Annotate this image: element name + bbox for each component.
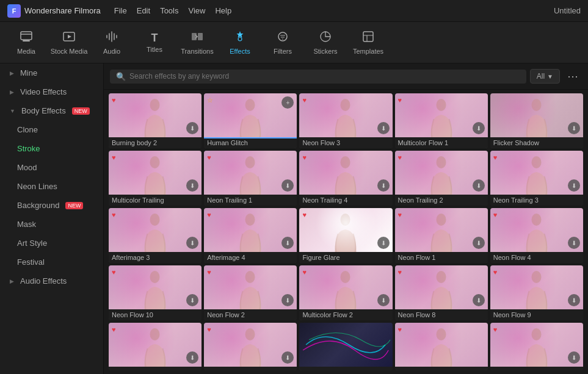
download-button[interactable]: ⬇ [568, 122, 580, 134]
download-button[interactable]: ⬇ [281, 294, 294, 306]
sidebar-item-background[interactable]: Background NEW [0, 196, 103, 215]
download-button[interactable]: ⬇ [281, 237, 294, 249]
sidebar-item-mood[interactable]: Mood [0, 158, 103, 177]
toolbar-media[interactable]: Media [5, 24, 48, 61]
sidebar-item-mine[interactable]: ▶ Mine [0, 63, 103, 82]
download-button[interactable]: ⬇ [377, 294, 390, 306]
favorite-icon[interactable]: ♥ [112, 211, 116, 218]
effect-card[interactable]: ♥ ⬇ Figure Glare [299, 208, 392, 263]
sidebar-item-festival[interactable]: Festival [0, 253, 103, 272]
effect-card[interactable]: ♥ ⬇ Neon Trailing 3 [490, 151, 583, 206]
toolbar-stock-media[interactable]: Stock Media [48, 24, 90, 61]
favorite-icon[interactable]: ♥ [112, 326, 116, 333]
toolbar-effects[interactable]: Effects [219, 24, 261, 61]
download-button[interactable]: ⬇ [568, 294, 580, 306]
download-button[interactable]: ⬇ [377, 122, 390, 134]
star-icon[interactable]: ☆ [207, 96, 213, 104]
effect-card[interactable]: ♥ ⬇ Multicolor Trailing [109, 151, 201, 206]
download-button[interactable]: ⬇ [186, 351, 198, 364]
favorite-icon[interactable]: ♥ [207, 268, 211, 276]
download-button[interactable]: ⬇ [568, 237, 580, 249]
toolbar-transitions[interactable]: Transitions [176, 24, 219, 61]
filter-dropdown[interactable]: All ▼ [530, 69, 560, 84]
download-button[interactable]: ⬇ [186, 294, 198, 306]
effect-card[interactable]: ♥ ⬇ [490, 323, 583, 370]
toolbar-titles[interactable]: T Titles [133, 24, 176, 61]
toolbar-stickers[interactable]: Stickers [304, 24, 347, 61]
sidebar-item-neon-lines[interactable]: Neon Lines [0, 177, 103, 196]
download-button[interactable]: ⬇ [186, 122, 198, 134]
download-button[interactable]: ⬇ [473, 294, 485, 306]
sidebar-item-video-effects[interactable]: ▶ Video Effects [0, 82, 103, 101]
effect-card[interactable]: ♥ ⬇ Neon Flow 1 [395, 208, 488, 263]
favorite-icon[interactable]: ♥ [112, 268, 116, 276]
effect-card[interactable]: ♥ ⬇ Neon Flow 3 [299, 93, 392, 148]
effect-card[interactable]: ♥ ⬇ Afterimage 3 [109, 208, 201, 263]
add-to-fav-button[interactable]: + [281, 96, 294, 109]
download-button[interactable]: ⬇ [568, 351, 580, 364]
download-button[interactable]: ⬇ [281, 351, 294, 364]
toolbar-templates[interactable]: Templates [347, 24, 390, 61]
effect-card[interactable]: ♥ ⬇ Neon Trailing 1 [204, 151, 297, 206]
download-button[interactable]: ⬇ [186, 237, 198, 249]
sidebar-item-mask[interactable]: Mask [0, 215, 103, 234]
sidebar-item-body-effects[interactable]: ▼ Body Effects NEW [0, 101, 103, 120]
favorite-icon[interactable]: ♥ [398, 154, 402, 161]
favorite-icon[interactable]: ♥ [493, 154, 498, 161]
effect-card[interactable]: ♥ ⬇ Multicolor Flow 2 [299, 265, 392, 320]
effect-card[interactable]: ♥ ⬇ Multicolor Flow 1 [395, 93, 488, 148]
favorite-icon[interactable]: ♥ [398, 96, 402, 104]
effect-card[interactable]: ♥ ⬇ Neon Trailing 4 [299, 151, 392, 206]
favorite-icon[interactable]: ♥ [112, 154, 116, 161]
menu-view[interactable]: View [188, 6, 205, 15]
effect-card[interactable]: ♥ ⬇ Neon Flow 4 [490, 208, 583, 263]
effect-card[interactable]: ♥ [395, 323, 488, 370]
download-button[interactable]: ⬇ [473, 179, 485, 192]
effect-card[interactable]: ♥ ⬇ Neon Flow 8 [395, 265, 488, 320]
effect-card[interactable] [299, 323, 392, 370]
download-button[interactable]: ⬇ [377, 179, 390, 192]
effect-card[interactable]: ♥ ⬇ Neon Flow 9 [490, 265, 583, 320]
effect-card[interactable]: ♥ ⬇ [109, 323, 201, 370]
menu-edit[interactable]: Edit [137, 6, 150, 15]
favorite-icon[interactable]: ♥ [302, 96, 307, 104]
favorite-icon[interactable]: ♥ [302, 154, 307, 161]
effect-card[interactable]: ⬇ Flicker Shadow [490, 93, 583, 148]
sidebar-item-audio-effects[interactable]: ▶ Audio Effects [0, 272, 103, 290]
favorite-icon[interactable]: ♥ [207, 154, 211, 161]
effect-card[interactable]: ♥ ⬇ [204, 323, 297, 370]
favorite-icon[interactable]: ♥ [493, 268, 498, 276]
menu-tools[interactable]: Tools [160, 6, 178, 15]
search-input[interactable] [129, 72, 520, 81]
favorite-icon[interactable]: ♥ [112, 96, 116, 104]
effect-card[interactable]: ♥ ⬇ Burning body 2 [109, 93, 201, 148]
favorite-icon[interactable]: ♥ [493, 211, 498, 218]
favorite-icon[interactable]: ♥ [302, 211, 307, 218]
effect-card[interactable]: ☆ + Human Glitch [204, 93, 297, 148]
effect-card[interactable]: ♥ ⬇ Neon Trailing 2 [395, 151, 488, 206]
menu-help[interactable]: Help [215, 6, 231, 15]
favorite-icon[interactable]: ♥ [398, 268, 402, 276]
favorite-icon[interactable]: ♥ [493, 326, 498, 333]
download-button[interactable]: ⬇ [281, 179, 294, 192]
effect-card[interactable]: ♥ ⬇ Neon Flow 10 [109, 265, 201, 320]
effect-card[interactable]: ♥ ⬇ Neon Flow 2 [204, 265, 297, 320]
favorite-icon[interactable]: ♥ [207, 211, 211, 218]
favorite-icon[interactable]: ♥ [302, 268, 307, 276]
download-button[interactable]: ⬇ [473, 237, 485, 249]
download-button[interactable]: ⬇ [568, 179, 580, 192]
sidebar-item-stroke[interactable]: Stroke [0, 139, 103, 158]
menu-file[interactable]: File [114, 6, 127, 15]
download-button[interactable]: ⬇ [377, 237, 390, 249]
toolbar-filters[interactable]: Filters [261, 24, 304, 61]
download-button[interactable]: ⬇ [473, 122, 485, 134]
download-button[interactable]: ⬇ [186, 179, 198, 192]
favorite-icon[interactable]: ♥ [207, 326, 211, 333]
sidebar-item-clone[interactable]: Clone [0, 120, 103, 139]
favorite-icon[interactable]: ♥ [398, 211, 402, 218]
toolbar-audio[interactable]: Audio [90, 24, 133, 61]
more-options-button[interactable]: ⋯ [564, 68, 582, 84]
effect-card[interactable]: ♥ ⬇ Afterimage 4 [204, 208, 297, 263]
favorite-icon[interactable]: ♥ [398, 326, 402, 333]
sidebar-item-art-style[interactable]: Art Style [0, 234, 103, 253]
